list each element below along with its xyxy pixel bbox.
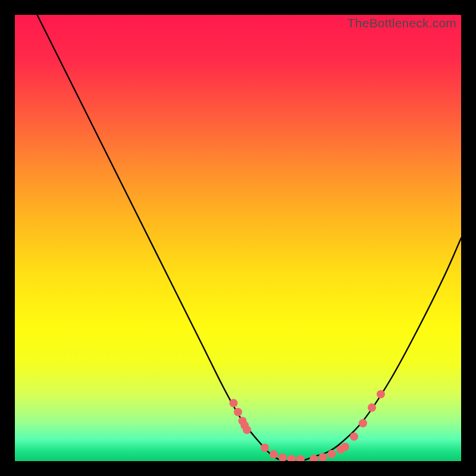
highlight-dot [287, 455, 296, 461]
highlight-dot [368, 403, 376, 412]
highlight-dot [270, 450, 278, 459]
highlight-dot [240, 421, 249, 430]
chart-svg [15, 15, 461, 461]
highlight-dot [341, 443, 349, 451]
highlight-dot [350, 433, 358, 441]
highlight-dot [261, 444, 269, 452]
chart-frame: TheBottleneck.com [15, 15, 461, 461]
highlight-dot [278, 453, 287, 461]
highlight-dot [230, 399, 238, 408]
bottleneck-curve [37, 15, 462, 461]
highlight-dot [319, 453, 327, 461]
highlight-dot [328, 450, 336, 458]
highlight-dot [377, 390, 385, 399]
highlight-dot [296, 455, 305, 461]
highlight-dot [359, 419, 367, 427]
highlight-dots [230, 390, 386, 462]
highlight-dot [234, 408, 242, 416]
